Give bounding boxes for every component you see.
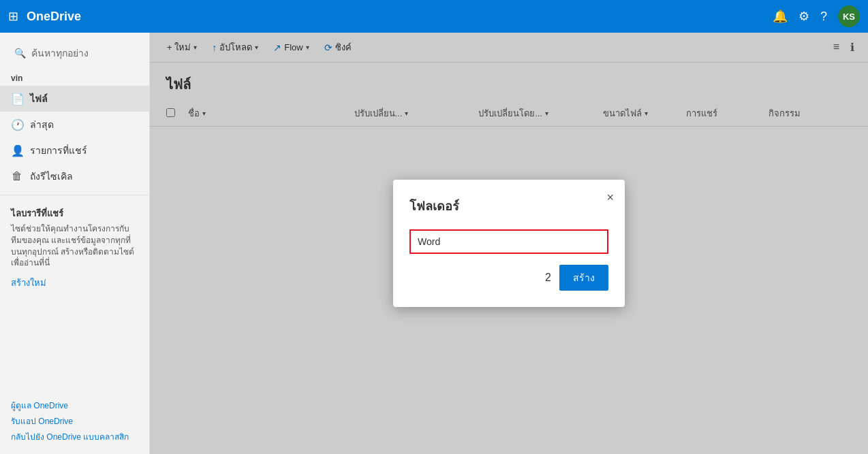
library-label: ไลบรารีที่แชร์ bbox=[0, 201, 149, 223]
modal-title: โฟลเดอร์ bbox=[409, 196, 608, 216]
recent-icon: 🕐 bbox=[11, 118, 23, 131]
sidebar: 🔍 ค้นหาทุกอย่าง vin 📄 ไฟล์ 🕐 ล่าสุด 👤 รา… bbox=[0, 33, 150, 454]
sidebar-item-files[interactable]: 📄 ไฟล์ bbox=[0, 86, 149, 112]
sidebar-item-recent-label: ล่าสุด bbox=[30, 117, 54, 132]
sidebar-divider bbox=[0, 195, 149, 195]
sidebar-item-recent[interactable]: 🕐 ล่าสุด bbox=[0, 112, 149, 137]
content-area: + ใหม่ ▾ ↑ อัปโหลด ▾ ↗ Flow ▾ ⟳ ซิงค์ ≡ … bbox=[150, 33, 868, 454]
search-bar[interactable]: 🔍 ค้นหาทุกอย่าง bbox=[5, 41, 144, 65]
modal-step-number: 2 bbox=[545, 272, 551, 284]
folder-modal: โฟลเดอร์ × 2 สร้าง bbox=[393, 180, 625, 307]
search-placeholder: ค้นหาทุกอย่าง bbox=[31, 46, 89, 61]
modal-footer: 2 สร้าง bbox=[409, 265, 608, 291]
sidebar-item-files-label: ไฟล์ bbox=[30, 91, 48, 106]
footer-link-classic[interactable]: กลับไปยัง OneDrive แบบคลาสสิก bbox=[11, 430, 138, 443]
sidebar-item-shared[interactable]: 👤 รายการที่แชร์ bbox=[0, 137, 149, 163]
grid-icon[interactable]: ⊞ bbox=[8, 9, 18, 24]
library-desc: ไซต์ช่วยให้คุณทำงานโครงการกับทีมของคุณ แ… bbox=[0, 223, 149, 274]
search-icon: 🔍 bbox=[14, 48, 26, 59]
folder-name-input[interactable] bbox=[409, 229, 608, 254]
create-new-link[interactable]: สร้างใหม่ bbox=[0, 274, 149, 291]
sidebar-item-trash-label: ถังรีไซเคิล bbox=[30, 169, 73, 184]
shared-icon: 👤 bbox=[11, 144, 23, 157]
top-nav-icons: 🔔 ⚙ ? KS bbox=[773, 5, 860, 27]
sidebar-section-label: vin bbox=[0, 71, 149, 86]
app-title: OneDrive bbox=[27, 10, 81, 24]
notifications-icon[interactable]: 🔔 bbox=[773, 9, 788, 24]
sidebar-item-shared-label: รายการที่แชร์ bbox=[30, 143, 87, 158]
main-layout: 🔍 ค้นหาทุกอย่าง vin 📄 ไฟล์ 🕐 ล่าสุด 👤 รา… bbox=[0, 33, 868, 454]
sidebar-item-trash[interactable]: 🗑 ถังรีไซเคิล bbox=[0, 163, 149, 189]
files-icon: 📄 bbox=[11, 93, 23, 106]
trash-icon: 🗑 bbox=[11, 170, 23, 182]
footer-link-app[interactable]: รับแอป OneDrive bbox=[11, 415, 138, 427]
help-icon[interactable]: ? bbox=[820, 10, 827, 24]
footer-link-admin[interactable]: ผู้ดูแล OneDrive bbox=[11, 399, 138, 412]
create-folder-button[interactable]: สร้าง bbox=[559, 265, 608, 291]
user-avatar[interactable]: KS bbox=[838, 5, 860, 27]
sidebar-footer: ผู้ดูแล OneDrive รับแอป OneDrive กลับไปย… bbox=[0, 393, 149, 449]
top-nav: ⊞ OneDrive 🔔 ⚙ ? KS bbox=[0, 0, 868, 33]
settings-icon[interactable]: ⚙ bbox=[799, 9, 809, 24]
modal-overlay: โฟลเดอร์ × 2 สร้าง bbox=[150, 33, 868, 454]
modal-close-button[interactable]: × bbox=[606, 191, 614, 205]
